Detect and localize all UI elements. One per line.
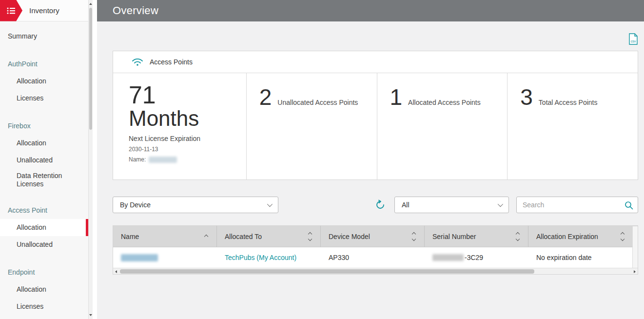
cell-allocation-expiration: No expiration date bbox=[528, 247, 633, 268]
sidebar-item-authpoint-licenses[interactable]: Licenses bbox=[0, 90, 88, 107]
refresh-icon bbox=[375, 199, 386, 210]
sidebar-section-authpoint[interactable]: AuthPoint bbox=[0, 56, 88, 73]
group-by-value: By Device bbox=[120, 201, 151, 209]
allocated-count: 1 bbox=[390, 86, 403, 108]
redacted-serial-prefix bbox=[432, 254, 464, 261]
sidebar: Inventory Summary AuthPoint Allocation L… bbox=[0, 0, 93, 319]
sidebar-title: Inventory bbox=[29, 6, 59, 15]
scroll-up-arrow-icon[interactable] bbox=[89, 1, 93, 7]
license-name-label: Name: bbox=[129, 156, 146, 163]
page-title: Overview bbox=[113, 4, 158, 17]
main-area: Overview csv bbox=[97, 0, 644, 319]
total-count: 3 bbox=[520, 86, 533, 108]
table-row[interactable]: TechPubs (My Account) AP330 -3C29 No exp… bbox=[113, 247, 638, 268]
sidebar-item-access-point-unallocated[interactable]: Unallocated bbox=[0, 236, 88, 253]
export-csv-button[interactable]: csv bbox=[628, 33, 638, 45]
stats-card-title: Access Points bbox=[150, 58, 193, 66]
table-horizontal-scrollbar[interactable] bbox=[113, 268, 638, 274]
sidebar-item-firebox-unallocated[interactable]: Unallocated bbox=[0, 152, 88, 169]
scroll-down-arrow-icon[interactable] bbox=[89, 312, 93, 318]
export-row: csv bbox=[113, 32, 638, 46]
sidebar-item-authpoint-allocation[interactable]: Allocation bbox=[0, 73, 88, 90]
group-by-select[interactable]: By Device bbox=[113, 197, 278, 213]
sidebar-section-firebox[interactable]: Firebox bbox=[0, 118, 88, 135]
license-date: 2030-11-13 bbox=[129, 146, 246, 153]
total-label: Total Access Points bbox=[539, 99, 598, 106]
search-input[interactable] bbox=[517, 197, 638, 213]
search-icon[interactable] bbox=[624, 201, 633, 210]
sort-both-icon bbox=[516, 233, 519, 240]
license-caption: Next License Expiration bbox=[129, 135, 246, 142]
sidebar-header: Inventory bbox=[0, 0, 88, 21]
refresh-button[interactable] bbox=[375, 199, 386, 210]
sidebar-item-firebox-allocation[interactable]: Allocation bbox=[0, 135, 88, 152]
sidebar-item-summary[interactable]: Summary bbox=[0, 28, 88, 45]
sidebar-item-access-point-allocation[interactable]: Allocation bbox=[0, 219, 88, 236]
sidebar-scrollbar-thumb[interactable] bbox=[89, 8, 92, 130]
sort-both-icon bbox=[412, 233, 415, 240]
months-unit: Months bbox=[129, 107, 246, 130]
cell-serial-number: -3C29 bbox=[425, 247, 528, 268]
sort-ascending-icon bbox=[205, 235, 208, 238]
allocated-label: Allocated Access Points bbox=[408, 99, 481, 106]
unallocated-label: Unallocated Access Points bbox=[277, 99, 358, 106]
horizontal-scrollbar-thumb[interactable] bbox=[120, 269, 534, 274]
scroll-right-arrow-icon[interactable] bbox=[632, 268, 638, 275]
column-header-allocation-expiration[interactable]: Allocation Expiration bbox=[528, 226, 633, 247]
table-header-row: Name Allocated To Device Model Serial Nu… bbox=[113, 226, 638, 247]
total-aps-panel: 3 Total Access Points bbox=[507, 73, 638, 179]
sidebar-inner: Inventory Summary AuthPoint Allocation L… bbox=[0, 0, 88, 319]
inventory-flag-icon bbox=[0, 0, 22, 21]
sidebar-item-endpoint-licenses[interactable]: Licenses bbox=[0, 298, 88, 315]
column-header-name[interactable]: Name bbox=[113, 226, 217, 247]
column-header-serial-number[interactable]: Serial Number bbox=[425, 226, 528, 247]
sort-both-icon bbox=[309, 233, 312, 240]
allocated-aps-panel: 1 Allocated Access Points bbox=[377, 73, 508, 179]
search-box bbox=[516, 197, 638, 213]
status-filter-value: All bbox=[402, 201, 410, 209]
cell-name bbox=[113, 247, 217, 268]
list-icon bbox=[7, 7, 16, 14]
table-vertical-scrollbar[interactable] bbox=[632, 226, 638, 268]
access-points-table: Name Allocated To Device Model Serial Nu… bbox=[113, 225, 638, 275]
serial-suffix: -3C29 bbox=[465, 254, 483, 261]
redacted-license-name bbox=[149, 157, 177, 163]
column-header-allocated-to[interactable]: Allocated To bbox=[217, 226, 321, 247]
sidebar-section-access-point[interactable]: Access Point bbox=[0, 202, 88, 219]
stats-body: 71 Months Next License Expiration 2030-1… bbox=[113, 73, 638, 179]
csv-file-icon: csv bbox=[628, 33, 638, 45]
stats-card-header: Access Points bbox=[113, 51, 638, 73]
sidebar-scrollbar[interactable] bbox=[88, 0, 93, 319]
cell-allocated-to: TechPubs (My Account) bbox=[217, 247, 321, 268]
page-header: Overview bbox=[97, 0, 644, 21]
filter-row: By Device All bbox=[113, 197, 638, 213]
wifi-icon bbox=[132, 58, 143, 66]
status-filter-select[interactable]: All bbox=[394, 197, 509, 213]
license-expiration-panel: 71 Months Next License Expiration 2030-1… bbox=[113, 73, 247, 179]
unallocated-aps-panel: 2 Unallocated Access Points bbox=[247, 73, 377, 179]
chevron-down-icon bbox=[267, 201, 273, 207]
content-area: csv Access Points 71 Mont bbox=[97, 21, 644, 319]
app-root: Inventory Summary AuthPoint Allocation L… bbox=[0, 0, 644, 319]
sidebar-section-endpoint[interactable]: Endpoint bbox=[0, 264, 88, 281]
access-points-stats-card: Access Points 71 Months Next License Exp… bbox=[113, 51, 638, 180]
redacted-device-name bbox=[121, 254, 158, 261]
sidebar-nav: Summary AuthPoint Allocation Licenses Fi… bbox=[0, 21, 88, 315]
column-header-device-model[interactable]: Device Model bbox=[321, 226, 425, 247]
sidebar-item-data-retention-licenses[interactable]: Data Retention Licenses bbox=[0, 169, 88, 191]
license-name-line: Name: bbox=[129, 156, 246, 163]
allocated-to-link[interactable]: TechPubs (My Account) bbox=[225, 254, 296, 261]
cell-device-model: AP330 bbox=[321, 247, 425, 268]
sidebar-item-endpoint-allocation[interactable]: Allocation bbox=[0, 281, 88, 298]
sort-both-icon bbox=[621, 233, 624, 240]
chevron-down-icon bbox=[498, 201, 503, 207]
svg-text:csv: csv bbox=[631, 40, 636, 43]
months-value: 71 bbox=[129, 83, 246, 107]
scroll-left-arrow-icon[interactable] bbox=[113, 268, 119, 275]
unallocated-count: 2 bbox=[259, 86, 272, 108]
